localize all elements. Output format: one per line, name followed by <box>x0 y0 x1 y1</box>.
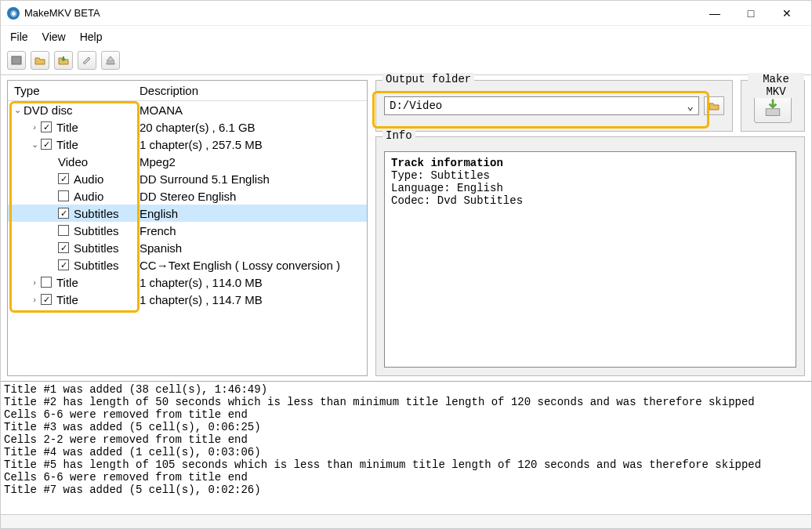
tree-row-desc: Spanish <box>140 241 367 255</box>
maximize-button[interactable]: □ <box>733 1 769 26</box>
menu-help[interactable]: Help <box>78 29 104 45</box>
info-legend: Info <box>382 129 415 142</box>
checkbox[interactable] <box>41 294 52 305</box>
tree-row-label: Video <box>58 155 88 168</box>
expand-icon[interactable]: ⌄ <box>13 105 22 115</box>
tree-body[interactable]: ⌄DVD discMOANA›Title20 chapter(s) , 6.1 … <box>8 101 367 375</box>
tree-panel: Type Description ⌄DVD discMOANA›Title20 … <box>7 80 368 376</box>
output-folder-legend: Output folder <box>382 73 474 85</box>
tree-row-desc: 1 chapter(s) , 257.5 MB <box>140 138 367 151</box>
tree-row-desc: 20 chapter(s) , 6.1 GB <box>140 121 367 134</box>
menu-view[interactable]: View <box>41 29 67 45</box>
toolbar <box>1 48 811 75</box>
tree-row[interactable]: ⌄DVD discMOANA <box>8 101 367 118</box>
tree-row-desc: English <box>140 207 367 220</box>
tree-row-desc: 1 chapter(s) , 114.0 MB <box>140 276 367 289</box>
tree-row-desc: French <box>140 224 367 237</box>
tree-row[interactable]: ⌄Title1 chapter(s) , 257.5 MB <box>8 136 367 153</box>
app-icon: ◉ <box>7 7 20 20</box>
menu-file[interactable]: File <box>9 29 30 45</box>
tree-row-label: Audio <box>74 190 103 203</box>
expand-icon[interactable]: › <box>30 122 39 132</box>
tree-row-label: Title <box>56 138 78 151</box>
tree-row-label: DVD disc <box>24 103 73 117</box>
toolbar-open-file[interactable] <box>31 51 49 70</box>
browse-folder-button[interactable] <box>704 96 724 115</box>
tree-row-label: Subtitles <box>74 207 119 220</box>
log-area[interactable]: Title #1 was added (38 cell(s), 1:46:49)… <box>1 381 811 514</box>
expand-icon[interactable]: › <box>30 295 39 304</box>
main-area: Type Description ⌄DVD discMOANA›Title20 … <box>1 75 811 381</box>
checkbox[interactable] <box>58 208 69 219</box>
info-group: Info Track information Type: Subtitles L… <box>375 136 805 376</box>
output-folder-group: Output folder D:/Video ⌄ <box>375 80 733 132</box>
output-folder-combo[interactable]: D:/Video ⌄ <box>384 96 699 115</box>
checkbox[interactable] <box>41 121 52 132</box>
tree-row-label: Audio <box>74 172 103 186</box>
toolbar-eject[interactable] <box>101 51 120 70</box>
tree-header-desc[interactable]: Description <box>140 84 198 97</box>
svg-rect-0 <box>12 56 21 64</box>
info-text: Track information Type: Subtitles Langua… <box>384 151 796 368</box>
titlebar: ◉ MakeMKV BETA — □ ✕ <box>1 1 811 26</box>
tree-row[interactable]: AudioDD Surround 5.1 English <box>8 170 367 187</box>
tree-row-desc: Mpeg2 <box>140 155 367 168</box>
toolbar-open-disc[interactable] <box>7 51 26 70</box>
window-title: MakeMKV BETA <box>24 7 100 19</box>
checkbox[interactable] <box>41 139 52 150</box>
make-mkv-group: Make MKV <box>741 80 805 132</box>
statusbar <box>1 514 811 528</box>
expand-icon[interactable]: ⌄ <box>30 139 39 150</box>
tree-row[interactable]: ›Title1 chapter(s) , 114.0 MB <box>8 274 367 291</box>
expand-icon[interactable]: › <box>30 277 39 287</box>
tree-row[interactable]: AudioDD Stereo English <box>8 187 367 205</box>
chevron-down-icon: ⌄ <box>687 100 694 113</box>
output-folder-value: D:/Video <box>390 100 442 112</box>
checkbox[interactable] <box>58 225 69 236</box>
tree-row[interactable]: SubtitlesSpanish <box>8 239 367 256</box>
make-mkv-legend: Make MKV <box>748 73 804 98</box>
tree-row[interactable]: ›Title1 chapter(s) , 114.7 MB <box>8 291 367 308</box>
checkbox[interactable] <box>41 277 52 288</box>
info-heading: Track information <box>391 157 503 169</box>
tree-row-desc: DD Surround 5.1 English <box>140 172 367 186</box>
tree-row[interactable]: SubtitlesFrench <box>8 222 367 239</box>
tree-row-label: Subtitles <box>74 259 119 272</box>
tree-row-label: Subtitles <box>74 241 119 255</box>
right-panel: Output folder D:/Video ⌄ Make MKV <box>375 80 805 376</box>
tree-row[interactable]: SubtitlesEnglish <box>8 205 367 222</box>
tree-row-label: Title <box>56 293 78 306</box>
checkbox[interactable] <box>58 190 69 201</box>
tree-row[interactable]: SubtitlesCC→Text English ( Lossy convers… <box>8 256 367 274</box>
tree-row-label: Title <box>56 276 78 289</box>
tree-row-desc: CC→Text English ( Lossy conversion ) <box>140 259 367 272</box>
tree-row-label: Title <box>56 121 78 134</box>
tree-row[interactable]: ›Title20 chapter(s) , 6.1 GB <box>8 118 367 136</box>
checkbox[interactable] <box>58 259 69 270</box>
tree-row-label: Subtitles <box>74 224 119 237</box>
menubar: File View Help <box>1 26 811 48</box>
tree-row[interactable]: VideoMpeg2 <box>8 153 367 170</box>
tree-header: Type Description <box>8 81 367 101</box>
tree-row-desc: MOANA <box>140 103 367 117</box>
info-body: Type: Subtitles Language: English Codec:… <box>391 169 523 207</box>
checkbox[interactable] <box>58 242 69 253</box>
tree-header-type[interactable]: Type <box>14 84 140 97</box>
tree-row-desc: DD Stereo English <box>140 190 367 203</box>
checkbox[interactable] <box>58 173 69 184</box>
close-button[interactable]: ✕ <box>769 1 805 26</box>
toolbar-settings[interactable] <box>78 51 96 70</box>
tree-row-desc: 1 chapter(s) , 114.7 MB <box>140 293 367 306</box>
svg-rect-1 <box>766 109 780 116</box>
minimize-button[interactable]: — <box>697 1 733 26</box>
toolbar-save[interactable] <box>54 51 73 70</box>
